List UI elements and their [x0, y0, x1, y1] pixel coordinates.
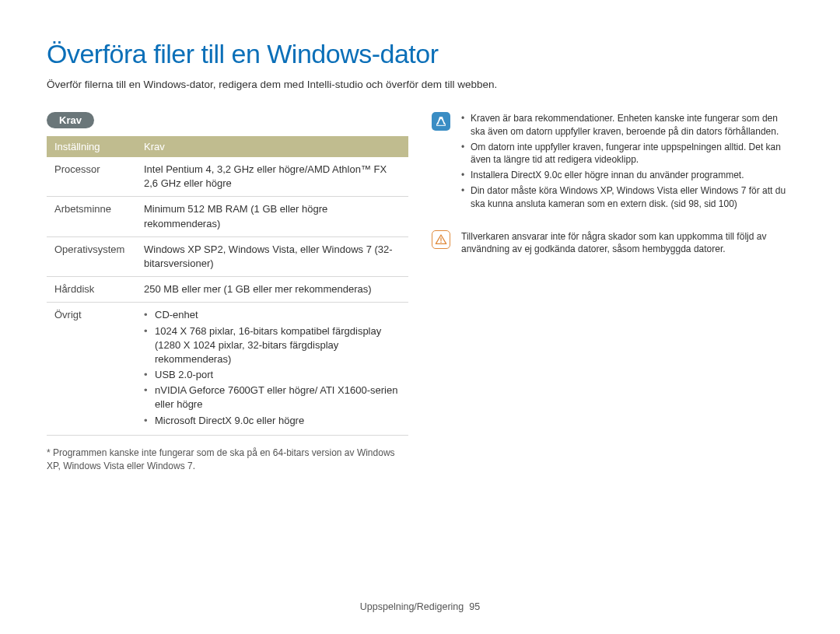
other-item: nVIDIA Geforce 7600GT eller högre/ ATI X… [144, 384, 401, 412]
th-setting: Inställning [47, 136, 136, 157]
note-item: Kraven är bara rekommendationer. Enheten… [461, 112, 793, 138]
table-row: Operativsystem Windows XP SP2, Windows V… [47, 236, 408, 276]
row-label: Övrigt [47, 303, 136, 436]
row-value: Intel Pentium 4, 3,2 GHz eller högre/AMD… [136, 157, 408, 197]
warning-text: Tillverkaren ansvarar inte för några ska… [461, 230, 793, 257]
left-column: Krav Inställning Krav Processor Intel Pe… [47, 112, 408, 472]
page-title: Överföra filer till en Windows-dator [47, 39, 793, 69]
other-item: USB 2.0-port [144, 368, 401, 382]
warning-callout: Tillverkaren ansvarar inte för några ska… [432, 230, 793, 257]
table-row: Hårddisk 250 MB eller mer (1 GB eller me… [47, 277, 408, 303]
section-pill: Krav [47, 112, 94, 128]
row-value: Minimum 512 MB RAM (1 GB eller högre rek… [136, 197, 408, 236]
requirements-table: Inställning Krav Processor Intel Pentium… [47, 136, 408, 436]
intro-text: Överför filerna till en Windows-dator, r… [47, 79, 793, 90]
footnote: Programmen kanske inte fungerar som de s… [47, 447, 408, 473]
svg-point-1 [440, 241, 442, 243]
row-label: Operativsystem [47, 236, 136, 276]
th-req: Krav [136, 136, 408, 157]
note-icon [432, 112, 450, 131]
warning-icon [432, 230, 450, 249]
row-label: Hårddisk [47, 277, 136, 303]
note-item: Din dator måste köra Windows XP, Windows… [461, 184, 793, 211]
table-row: Arbetsminne Minimum 512 MB RAM (1 GB ell… [47, 197, 408, 236]
footer-section: Uppspelning/Redigering [360, 601, 464, 612]
other-item: 1024 X 768 pixlar, 16-bitars kompatibel … [144, 324, 401, 367]
row-label: Processor [47, 157, 136, 197]
other-item: Microsoft DirectX 9.0c eller högre [144, 414, 401, 428]
row-value: Windows XP SP2, Windows Vista, eller Win… [136, 236, 408, 276]
table-row-other: Övrigt CD-enhet 1024 X 768 pixlar, 16-bi… [47, 303, 408, 436]
footer-page-number: 95 [469, 601, 480, 612]
table-row: Processor Intel Pentium 4, 3,2 GHz eller… [47, 157, 408, 197]
page-footer: Uppspelning/Redigering 95 [0, 601, 840, 612]
right-column: Kraven är bara rekommendationer. Enheten… [432, 112, 793, 472]
note-item: Installera DirectX 9.0c eller högre inna… [461, 169, 793, 182]
note-callout: Kraven är bara rekommendationer. Enheten… [432, 112, 793, 213]
other-item: CD-enhet [144, 308, 401, 322]
row-value: 250 MB eller mer (1 GB eller mer rekomme… [136, 277, 408, 303]
note-item: Om datorn inte uppfyller kraven, fungera… [461, 141, 793, 167]
row-label: Arbetsminne [47, 197, 136, 236]
row-value: CD-enhet 1024 X 768 pixlar, 16-bitars ko… [136, 303, 408, 436]
